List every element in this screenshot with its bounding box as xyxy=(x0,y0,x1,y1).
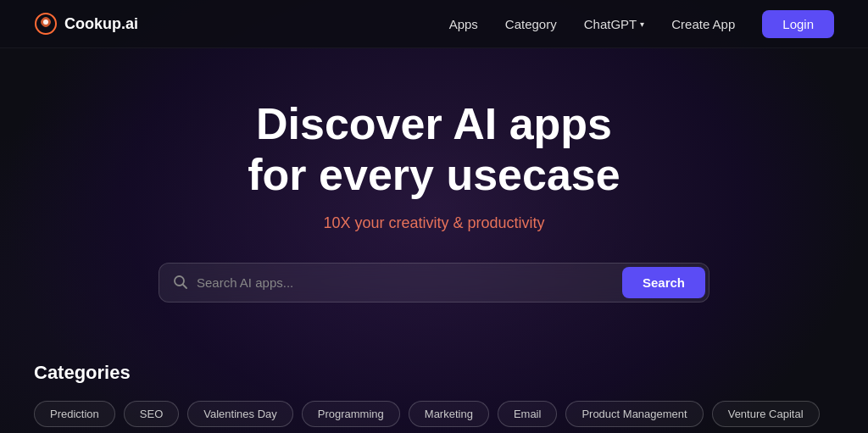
categories-title: Categories xyxy=(34,362,834,384)
category-tag[interactable]: Marketing xyxy=(409,401,489,427)
category-tag[interactable]: Venture Capital xyxy=(712,401,820,427)
login-button[interactable]: Login xyxy=(762,10,834,38)
category-tag[interactable]: Product Management xyxy=(565,401,703,427)
search-icon xyxy=(173,275,188,290)
categories-section: Categories PredictionSEOValentines DayPr… xyxy=(0,336,868,433)
nav-link-apps[interactable]: Apps xyxy=(449,17,478,31)
category-tag[interactable]: Programming xyxy=(302,401,400,427)
hero-subtitle: 10X your creativity & productivity xyxy=(17,214,851,232)
navbar: Cookup.ai Apps Category ChatGPT ▾ Create… xyxy=(0,0,868,48)
search-button[interactable]: Search xyxy=(622,267,705,298)
category-tag[interactable]: Valentines Day xyxy=(187,401,292,427)
hero-section: Discover AI apps for every usecase 10X y… xyxy=(0,48,868,336)
nav-link-create-app[interactable]: Create App xyxy=(671,17,735,31)
category-tag[interactable]: Email xyxy=(498,401,558,427)
category-tag[interactable]: SEO xyxy=(124,401,179,427)
logo-icon xyxy=(34,12,58,36)
svg-point-2 xyxy=(175,276,184,286)
search-input[interactable] xyxy=(197,267,622,298)
svg-point-1 xyxy=(43,19,48,25)
nav-link-category[interactable]: Category xyxy=(505,17,557,31)
nav-links: Apps Category ChatGPT ▾ Create App Login xyxy=(449,10,834,38)
nav-link-chatgpt[interactable]: ChatGPT ▾ xyxy=(584,17,645,31)
hero-title: Discover AI apps for every usecase xyxy=(17,99,851,201)
categories-grid: PredictionSEOValentines DayProgrammingMa… xyxy=(34,401,834,433)
logo-text: Cookup.ai xyxy=(64,15,138,33)
category-tag[interactable]: Prediction xyxy=(34,401,115,427)
logo[interactable]: Cookup.ai xyxy=(34,12,138,36)
search-bar: Search xyxy=(159,263,709,303)
chatgpt-chevron-icon: ▾ xyxy=(640,19,644,29)
